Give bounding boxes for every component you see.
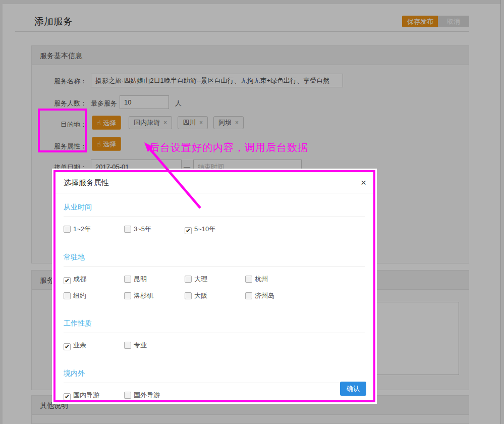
checkbox-option[interactable]: 国外导游 — [124, 391, 185, 400]
checkbox-checked-icon[interactable]: ✔ — [185, 227, 192, 234]
option-label: 纽约 — [73, 292, 86, 299]
option-label: 国外导游 — [134, 391, 160, 399]
checkbox-option[interactable]: ✔5~10年 — [185, 225, 245, 234]
modal-title: 选择服务属性 × — [55, 172, 373, 193]
option-label: 国内导游 — [73, 391, 99, 399]
checkbox-option[interactable]: ✔业余 — [64, 341, 124, 350]
option-label: 大阪 — [194, 292, 207, 299]
checkbox-option[interactable]: ✔成都 — [64, 275, 124, 284]
option-label: 济州岛 — [255, 292, 274, 299]
attribute-modal: 选择服务属性 × 从业时间1~2年3~5年✔5~10年常驻地✔成都昆明大理杭州纽… — [53, 170, 375, 402]
group-options: 1~2年3~5年✔5~10年 — [64, 224, 365, 241]
checkbox-option[interactable]: 洛杉矶 — [124, 291, 185, 300]
checkbox-option[interactable]: 纽约 — [64, 291, 124, 300]
group-title: 境内外 — [64, 369, 365, 383]
checkbox-option[interactable]: 济州岛 — [245, 291, 306, 300]
checkbox-unchecked-icon[interactable] — [64, 292, 71, 299]
checkbox-unchecked-icon[interactable] — [124, 276, 131, 283]
annotation-highlight-rect — [38, 109, 87, 152]
checkbox-unchecked-icon[interactable] — [185, 276, 192, 283]
checkbox-checked-icon[interactable]: ✔ — [64, 277, 71, 284]
group-options: ✔国内导游国外导游 — [64, 390, 365, 407]
group-title: 从业时间 — [64, 203, 365, 217]
checkbox-checked-icon[interactable]: ✔ — [64, 393, 71, 400]
option-label: 专业 — [134, 341, 147, 349]
checkbox-option[interactable]: 1~2年 — [64, 225, 124, 234]
checkbox-checked-icon[interactable]: ✔ — [64, 343, 71, 350]
checkbox-option[interactable]: 大理 — [185, 275, 245, 284]
checkbox-option[interactable]: 昆明 — [124, 275, 185, 284]
close-icon[interactable]: × — [361, 172, 366, 193]
checkbox-option[interactable]: 专业 — [124, 341, 185, 350]
modal-groups: 从业时间1~2年3~5年✔5~10年常驻地✔成都昆明大理杭州纽约洛杉矶大阪济州岛… — [55, 193, 373, 407]
checkbox-unchecked-icon[interactable] — [245, 292, 252, 299]
option-label: 洛杉矶 — [134, 292, 153, 299]
checkbox-option[interactable]: 3~5年 — [124, 225, 185, 234]
group-options: ✔业余专业 — [64, 340, 365, 357]
group-options: ✔成都昆明大理杭州纽约洛杉矶大阪济州岛 — [64, 274, 365, 307]
annotation-text: 后台设置好的内容，调用后台数据 — [149, 141, 308, 154]
checkbox-unchecked-icon[interactable] — [185, 292, 192, 299]
checkbox-option[interactable]: ✔国内导游 — [64, 391, 124, 400]
checkbox-unchecked-icon[interactable] — [124, 226, 131, 233]
modal-title-text: 选择服务属性 — [64, 178, 109, 187]
checkbox-unchecked-icon[interactable] — [124, 392, 131, 399]
option-label: 昆明 — [134, 275, 147, 283]
checkbox-option[interactable]: 大阪 — [185, 291, 245, 300]
option-label: 业余 — [73, 341, 86, 349]
group-title: 常驻地 — [64, 253, 365, 267]
option-label: 3~5年 — [134, 225, 151, 233]
checkbox-unchecked-icon[interactable] — [124, 292, 131, 299]
group-title: 工作性质 — [64, 319, 365, 333]
checkbox-unchecked-icon[interactable] — [64, 226, 71, 233]
option-label: 杭州 — [255, 275, 268, 283]
confirm-button[interactable]: 确认 — [340, 382, 366, 396]
option-label: 1~2年 — [73, 225, 91, 233]
option-label: 成都 — [73, 275, 86, 283]
checkbox-unchecked-icon[interactable] — [245, 276, 252, 283]
option-label: 大理 — [194, 275, 207, 283]
checkbox-unchecked-icon[interactable] — [124, 342, 131, 349]
checkbox-option[interactable]: 杭州 — [245, 275, 306, 284]
option-label: 5~10年 — [194, 225, 215, 233]
